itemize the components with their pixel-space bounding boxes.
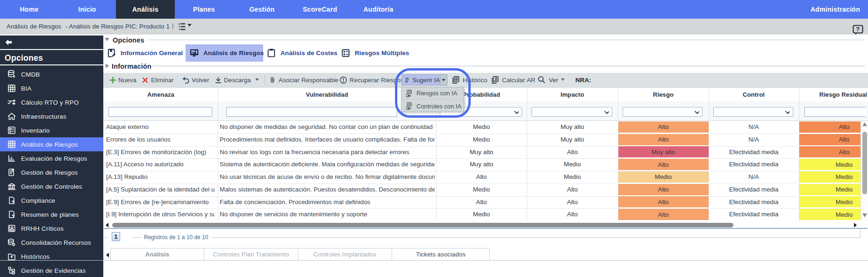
- svg-text:?: ?: [856, 26, 860, 33]
